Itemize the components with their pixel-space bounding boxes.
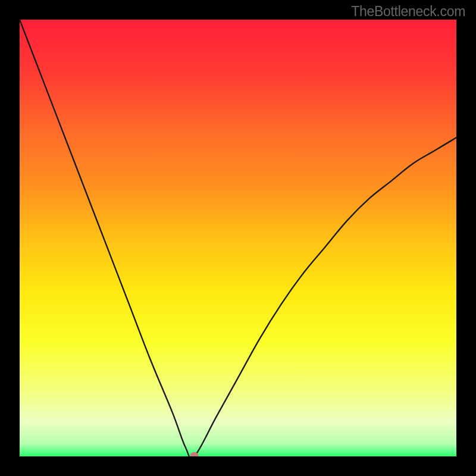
- watermark-text: TheBottleneck.com: [351, 4, 465, 20]
- chart-frame: TheBottleneck.com: [0, 0, 476, 476]
- plot-svg: [20, 20, 456, 456]
- gradient-background: [20, 20, 456, 456]
- plot-area: [20, 20, 456, 456]
